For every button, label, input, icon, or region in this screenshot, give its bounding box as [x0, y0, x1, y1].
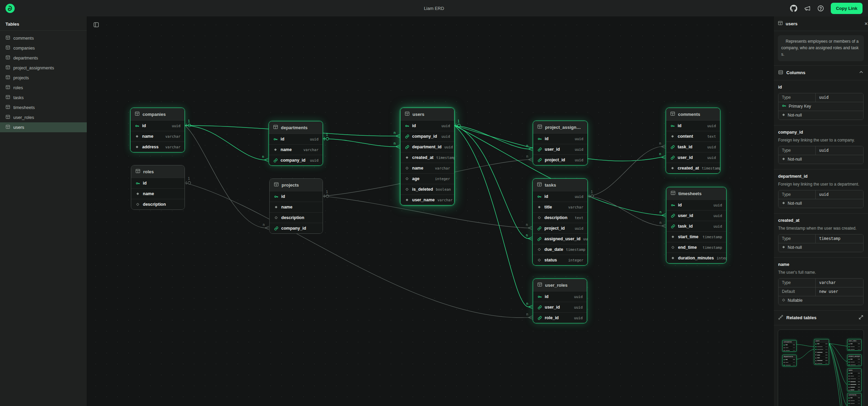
column-row-users-age[interactable]: age integer	[401, 173, 454, 184]
column-row-timesheets-duration_minutes[interactable]: duration_minutes integer	[666, 253, 726, 263]
erd-canvas[interactable]: n1nnn1n1n1nn1nnnnn1n companies id uuid n…	[87, 16, 773, 406]
erd-table-companies[interactable]: companies id uuid name varchar address v…	[130, 108, 185, 152]
column-row-tasks-title[interactable]: title varchar	[533, 202, 587, 212]
panel-column-meta-table: Type uuid Not-null	[778, 190, 864, 208]
column-name: description	[143, 202, 166, 207]
column-row-project_assignments-project_id[interactable]: project_id uuid	[533, 154, 587, 165]
sidebar-item-companies[interactable]: companies	[0, 43, 87, 53]
erd-table-timesheets[interactable]: timesheets id uuid user_id uuid task_id …	[666, 187, 727, 263]
relationship-edge-departments.id-users.department_id	[323, 139, 396, 147]
diamond-filled-icon	[782, 113, 785, 118]
column-row-timesheets-user_id[interactable]: user_id uuid	[666, 210, 726, 221]
erd-table-roles[interactable]: roles id name description	[131, 165, 185, 210]
app-body: Tables commentscompaniesdepartmentsproje…	[0, 16, 868, 406]
column-row-tasks-project_id[interactable]: project_id uuid	[533, 223, 587, 233]
column-row-departments-name[interactable]: name varchar	[269, 144, 323, 155]
column-row-tasks-assigned_user_id[interactable]: assigned_user_id uuid	[533, 233, 587, 244]
erd-table-users[interactable]: users id uuid company_id uuid department…	[400, 108, 455, 205]
column-name: user_id	[545, 305, 560, 310]
column-row-users-id[interactable]: id uuid	[401, 120, 454, 131]
table-icon	[274, 182, 279, 188]
column-row-projects-description[interactable]: description	[270, 212, 323, 223]
column-row-user_roles-id[interactable]: id uuid	[533, 291, 587, 302]
meta-row: Type uuid	[778, 190, 863, 199]
table-icon	[5, 55, 10, 61]
column-row-project_assignments-id[interactable]: id uuid	[533, 133, 587, 144]
column-row-tasks-status[interactable]: status integer	[533, 255, 587, 265]
column-row-user_roles-user_id[interactable]: user_id uuid	[533, 302, 587, 312]
related-tables-minimap[interactable]: companies departments users	[778, 329, 864, 406]
column-row-timesheets-task_id[interactable]: task_id uuid	[666, 221, 726, 231]
column-row-projects-name[interactable]: name	[270, 202, 323, 212]
column-row-timesheets-end_time[interactable]: end_time timestamp	[666, 242, 726, 253]
sidebar-item-users[interactable]: users	[0, 122, 87, 132]
sidebar-item-projects[interactable]: projects	[0, 73, 87, 83]
column-type: uuid	[310, 158, 318, 162]
column-row-users-company_id[interactable]: company_id uuid	[401, 131, 454, 141]
erd-table-projects[interactable]: projects id name description company_id	[269, 178, 323, 234]
erd-table-user_roles[interactable]: user_roles id uuid user_id uuid role_id …	[533, 279, 587, 323]
column-row-projects-id[interactable]: id	[270, 191, 323, 202]
github-icon[interactable]	[790, 5, 797, 12]
column-row-companies-id[interactable]: id uuid	[131, 120, 185, 131]
column-row-companies-name[interactable]: name varchar	[131, 131, 185, 141]
column-type: text	[575, 216, 583, 220]
column-row-users-is_deleted[interactable]: is_deleted boolean	[401, 184, 454, 194]
erd-table-departments[interactable]: departments id uuid name varchar company…	[269, 121, 323, 166]
table-icon	[135, 168, 140, 175]
columns-section-header[interactable]: Columns	[774, 66, 868, 80]
sidebar-item-roles[interactable]: roles	[0, 83, 87, 93]
column-row-tasks-id[interactable]: id uuid	[533, 191, 587, 202]
feedback-megaphone-icon[interactable]	[804, 5, 811, 12]
column-row-users-created_at[interactable]: created_at timestamp	[401, 152, 454, 163]
column-type: uuid	[583, 237, 588, 241]
sidebar-item-comments[interactable]: comments	[0, 33, 87, 43]
column-row-timesheets-start_time[interactable]: start_time timestamp	[666, 231, 726, 242]
column-row-comments-task_id[interactable]: task_id uuid	[666, 141, 720, 152]
column-name: is_deleted	[412, 187, 433, 192]
table-description-section: Represents employees or members of a com…	[774, 31, 868, 66]
sidebar-header: Tables	[0, 16, 87, 31]
table-name: project_assignments	[545, 125, 583, 130]
erd-table-tasks[interactable]: tasks id uuid title varchar description …	[532, 178, 588, 266]
column-row-comments-content[interactable]: content text	[666, 131, 720, 141]
column-row-departments-company_id[interactable]: company_id uuid	[269, 155, 323, 165]
erd-table-project_assignments[interactable]: project_assignments id uuid user_id uuid…	[533, 121, 588, 165]
column-row-users-department_id[interactable]: department_id uuid	[401, 141, 454, 152]
column-row-departments-id[interactable]: id uuid	[269, 134, 323, 144]
open-related-tables-icon[interactable]	[858, 315, 864, 321]
help-icon[interactable]	[817, 5, 824, 12]
column-row-users-user_name[interactable]: user_name varchar	[401, 194, 454, 205]
close-icon[interactable]: ✕	[864, 21, 868, 26]
column-row-comments-id[interactable]: id uuid	[666, 120, 720, 131]
svg-text:n: n	[660, 221, 662, 225]
column-row-companies-address[interactable]: address varchar	[131, 141, 185, 152]
chevron-up-icon[interactable]	[859, 70, 864, 76]
sidebar-item-tasks[interactable]: tasks	[0, 93, 87, 103]
sidebar-item-project_assignments[interactable]: project_assignments	[0, 63, 87, 73]
sidebar-item-user_roles[interactable]: user_roles	[0, 112, 87, 122]
sidebar-item-timesheets[interactable]: timesheets	[0, 103, 87, 112]
liam-logo[interactable]	[5, 4, 15, 13]
sidebar-item-departments[interactable]: departments	[0, 53, 87, 63]
sidebar-item-label: roles	[13, 85, 23, 90]
column-row-projects-company_id[interactable]: company_id	[270, 223, 323, 233]
column-type: uuid	[707, 155, 716, 160]
constraint-label: Primary Key	[789, 104, 811, 109]
erd-table-comments[interactable]: comments id uuid content text task_id uu…	[666, 108, 720, 174]
panel-left-toggle-icon[interactable]	[92, 21, 100, 30]
column-row-user_roles-role_id[interactable]: role_id uuid	[533, 312, 587, 323]
copy-link-button[interactable]: Copy Link	[831, 3, 863, 14]
column-row-roles-id[interactable]: id	[131, 178, 185, 188]
column-row-timesheets-id[interactable]: id uuid	[666, 200, 726, 210]
column-row-project_assignments-user_id[interactable]: user_id uuid	[533, 144, 587, 154]
column-row-comments-created_at[interactable]: created_at timestamp	[666, 163, 720, 173]
column-row-roles-description[interactable]: description	[131, 199, 185, 209]
column-row-tasks-due_date[interactable]: due_date timestamp	[533, 244, 587, 255]
column-row-users-name[interactable]: name varchar	[401, 163, 454, 173]
column-row-tasks-description[interactable]: description text	[533, 212, 587, 223]
column-row-roles-name[interactable]: name	[131, 188, 185, 199]
column-row-comments-user_id[interactable]: user_id uuid	[666, 152, 720, 163]
table-header: roles	[131, 165, 185, 178]
column-name: project_id	[545, 158, 565, 162]
